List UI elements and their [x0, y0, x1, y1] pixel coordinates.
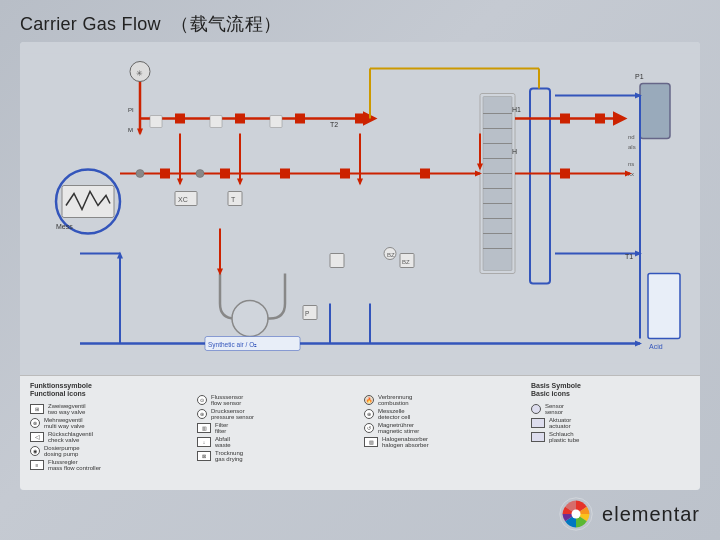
legend-item: ⊗ Mehrwegventilmulti way valve — [30, 417, 189, 429]
legend-item: ▨ Halogenabsorberhalogen absorber — [364, 436, 523, 448]
legend-column-2: - ⊙ Flusssensorflow sensor ⊛ Drucksensor… — [197, 382, 356, 484]
legend-item: ⊞ Zweiwegventiltwo way valve — [30, 403, 189, 415]
legend-item-label: Verbrennungcombustion — [378, 394, 412, 406]
page-title: Carrier Gas Flow （载气流程） — [20, 14, 281, 34]
svg-text:BZ: BZ — [387, 252, 395, 258]
brand-icon — [558, 496, 594, 532]
legend-item: Aktuatoractuator — [531, 417, 690, 429]
legend-item-label: Schlauchplastic tube — [549, 431, 579, 443]
legend-title-4-sub: Basic icons — [531, 390, 570, 397]
legend-item: ≡ Flussreglermass flow controller — [30, 459, 189, 471]
svg-rect-41 — [420, 169, 430, 179]
flow-sensor-icon: ⊙ — [197, 395, 207, 405]
legend-item-label: Mehrwegventilmulti way valve — [44, 417, 85, 429]
legend-item: ⊠ Trocknunggas drying — [197, 450, 356, 462]
svg-text:als: als — [628, 144, 636, 150]
svg-rect-12 — [355, 114, 365, 124]
svg-rect-80 — [210, 116, 222, 128]
svg-text:✳: ✳ — [136, 69, 143, 78]
header: Carrier Gas Flow （载气流程） — [0, 0, 720, 42]
legend-item: ▥ Filterfilter — [197, 422, 356, 434]
legend-item-label: Zweiwegventiltwo way valve — [48, 403, 86, 415]
svg-text:P: P — [305, 310, 309, 317]
diagram-canvas: Mess ✳ — [20, 42, 700, 375]
combustion-icon: 🔥 — [364, 395, 374, 405]
svg-text:ns: ns — [628, 161, 634, 167]
svg-text:XC: XC — [178, 196, 188, 203]
legend-item-label: Filterfilter — [215, 422, 228, 434]
legend-column-4: Basis Symbole Basic icons Sensorsensor A… — [531, 382, 690, 484]
brand-name: elementar — [602, 503, 700, 526]
legend-item-label: Messzelledetector cell — [378, 408, 410, 420]
legend-item-label: Magnetrührermagnetic stirrer — [378, 422, 419, 434]
sensor-icon — [531, 404, 541, 414]
legend-item: ◉ Dosierpumpedosing pump — [30, 445, 189, 457]
legend-item-label: Sensorsensor — [545, 403, 564, 415]
svg-rect-79 — [150, 116, 162, 128]
svg-text:M: M — [128, 127, 133, 133]
footer: elementar — [0, 490, 720, 540]
svg-rect-58 — [648, 274, 680, 339]
svg-rect-39 — [280, 169, 290, 179]
svg-rect-11 — [295, 114, 305, 124]
title-subtitle: （载气流程） — [171, 14, 281, 34]
diagram-area: Mess ✳ — [20, 42, 700, 490]
title-main: Carrier Gas Flow — [20, 14, 161, 34]
svg-text:PI: PI — [128, 107, 134, 113]
svg-point-49 — [232, 301, 268, 337]
svg-rect-29 — [640, 84, 670, 139]
legend-item-label: Dosierpumpedosing pump — [44, 445, 80, 457]
legend-area: Funktionssymbole Functional icons ⊞ Zwei… — [20, 375, 700, 490]
plastic-tube-icon — [531, 432, 545, 442]
dosing-pump-icon: ◉ — [30, 446, 40, 456]
svg-rect-10 — [235, 114, 245, 124]
svg-text:BZ: BZ — [402, 259, 410, 265]
legend-item-label: Flussreglermass flow controller — [48, 459, 101, 471]
svg-text:Acid: Acid — [649, 343, 663, 350]
svg-text:P1: P1 — [635, 73, 644, 80]
svg-rect-0 — [20, 54, 700, 364]
legend-item: ⊙ Flusssensorflow sensor — [197, 394, 356, 406]
waste-icon: ↓ — [197, 437, 211, 447]
legend-item-label: Drucksensorpressure sensor — [211, 408, 254, 420]
actuator-icon — [531, 418, 545, 428]
multi-way-valve-icon: ⊗ — [30, 418, 40, 428]
svg-rect-38 — [220, 169, 230, 179]
svg-rect-33 — [560, 114, 570, 124]
legend-title-1: Funktionssymbole Functional icons — [30, 382, 189, 399]
legend-item: ↺ Magnetrührermagnetic stirrer — [364, 422, 523, 434]
legend-item: ⊛ Drucksensorpressure sensor — [197, 408, 356, 420]
legend-title-1-sub: Functional icons — [30, 390, 86, 397]
detector-cell-icon: ⊕ — [364, 409, 374, 419]
legend-title-3: - — [364, 382, 523, 390]
svg-rect-81 — [270, 116, 282, 128]
svg-rect-9 — [175, 114, 185, 124]
svg-text:T: T — [231, 196, 236, 203]
legend-title-4-main: Basis Symbole — [531, 382, 581, 389]
legend-title-4: Basis Symbole Basic icons — [531, 382, 690, 399]
legend-item-label: Aktuatoractuator — [549, 417, 571, 429]
svg-point-98 — [572, 510, 581, 519]
two-way-valve-icon: ⊞ — [30, 404, 44, 414]
svg-point-48 — [196, 170, 204, 178]
svg-text:T1: T1 — [625, 253, 633, 260]
svg-rect-66 — [330, 254, 344, 268]
svg-text:nd: nd — [628, 134, 635, 140]
flow-diagram: Mess ✳ — [20, 42, 700, 375]
drying-icon: ⊠ — [197, 451, 211, 461]
legend-item: ⊕ Messzelledetector cell — [364, 408, 523, 420]
pressure-sensor-icon: ⊛ — [197, 409, 207, 419]
svg-rect-14 — [483, 97, 512, 271]
svg-rect-84 — [560, 169, 570, 179]
legend-title-1-main: Funktionssymbole — [30, 382, 92, 389]
legend-item: 🔥 Verbrennungcombustion — [364, 394, 523, 406]
legend-item: ◁ Rückschlagventilcheck valve — [30, 431, 189, 443]
svg-text:Mess: Mess — [56, 223, 73, 230]
svg-point-47 — [136, 170, 144, 178]
halogen-absorber-icon: ▨ — [364, 437, 378, 447]
svg-rect-40 — [340, 169, 350, 179]
legend-item-label: Halogenabsorberhalogen absorber — [382, 436, 429, 448]
svg-text:T2: T2 — [330, 121, 338, 128]
filter-icon: ▥ — [197, 423, 211, 433]
check-valve-icon: ◁ — [30, 432, 44, 442]
